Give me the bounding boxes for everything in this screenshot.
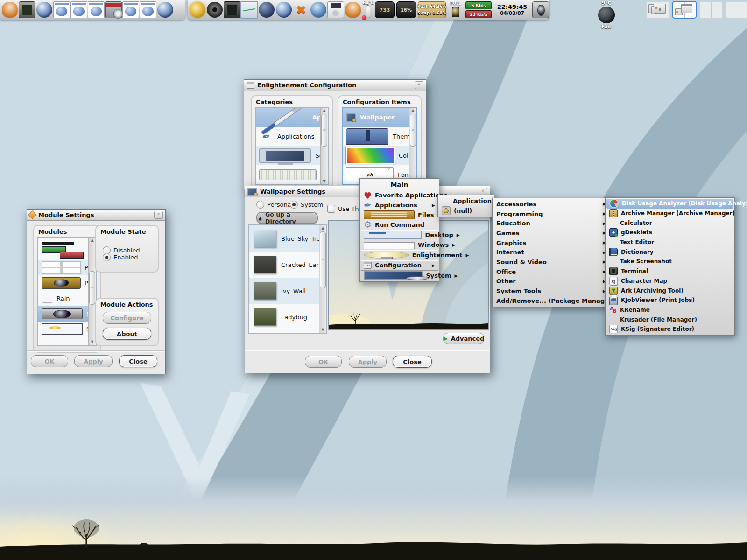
web-document-icon [122,1,139,18]
wallpaper-row[interactable]: Cracked_Earth [249,252,319,278]
weather-gadget[interactable]: 9°C Fair [592,0,621,29]
menu-item[interactable]: (null) [439,206,493,216]
configure-button[interactable]: Configure [103,312,151,324]
menu-item[interactable]: Programming [493,209,609,219]
ok-button[interactable]: OK [31,355,68,367]
menu-item[interactable]: Graphics [493,238,609,248]
radio-disabled[interactable]: Disabled [103,246,164,254]
clock-module[interactable]: 22:49:45 04/03/07 [493,4,531,16]
menu-item[interactable]: Disk Usage Analyzer (Disk Usage Analyzer… [606,199,733,209]
close-button[interactable]: ✕ [154,211,163,219]
module-row[interactable]: Rain [38,291,88,306]
menu-item[interactable]: Configuration [361,260,438,270]
close-button[interactable]: Close [119,355,157,367]
menu-item[interactable]: Terminal [606,266,733,276]
battery-module[interactable]: FULL [448,1,464,19]
menu-item[interactable]: KJobViewer (Print Jobs) [606,295,733,305]
pager-desktop-1[interactable] [646,1,670,19]
screenshot-launcher[interactable] [533,2,549,18]
scrollbar-thumb[interactable] [320,231,326,288]
menu-item[interactable]: Education [493,218,609,228]
wallpaper-row[interactable]: Ladybug [249,304,319,330]
module-row[interactable] [38,238,88,245]
menu-item[interactable]: Applications [361,200,438,210]
about-button[interactable]: About [103,328,151,340]
scrollbar[interactable]: ▲ ▼ [409,108,416,184]
temperature-module[interactable]: 64°C [363,1,373,19]
scrollbar-thumb[interactable] [89,271,95,305]
radio-enabled[interactable]: Enabled [103,253,164,261]
menu-item[interactable]: Character Map [606,276,733,286]
wallpaper-row[interactable]: Blue_Sky_Tree [249,225,319,252]
radio-personal[interactable]: Personal [256,201,293,209]
menu-item[interactable]: Dictionary [606,247,733,257]
menu-item[interactable]: System [361,270,438,280]
menu-item[interactable]: Archive Manager (Archive Manager) [606,209,733,218]
scrollbar-thumb[interactable] [410,114,416,147]
module-row[interactable]: Screenshot [38,306,88,322]
ok-button[interactable]: OK [305,356,342,368]
config-item-row[interactable]: Wallpaper [343,108,409,127]
menu-item[interactable]: gDesklets [606,228,733,238]
menu-item[interactable]: Internet [493,247,609,257]
menu-item[interactable]: Applications [439,196,493,206]
configuration-items-list: Wallpaper Theme Colors [342,107,417,185]
menu-title: Main [361,180,438,190]
advanced-button[interactable]: Advanced [443,333,484,344]
menu-item[interactable]: Add/Remove... (Package Manager) [493,296,609,306]
pager-app-dot [676,11,678,13]
menu-item[interactable]: Krusader (File Manager) [606,315,733,324]
camera-icon [532,1,549,18]
menu-item[interactable]: KSig (Signature Editor) [606,324,733,334]
menu-item[interactable]: Ark (Archiving Tool) [606,286,733,295]
module-row[interactable]: Slideshow [38,322,88,337]
titlebar[interactable]: Module Settings ✕ [27,210,165,221]
pager-desktop-4[interactable] [726,1,747,19]
module-row[interactable]: Photo [38,275,88,291]
menu-item[interactable]: Windows [361,240,438,250]
network-module[interactable]: 6 Kb/s 23 Kb/s [465,1,492,18]
checkbox-icon [327,205,335,213]
titlebar[interactable]: Enlightenment Configuration ✕ [244,80,426,91]
module-row[interactable]: Net [38,245,88,260]
close-button[interactable]: Close [393,356,432,368]
menu-item[interactable]: Enlightenment [361,250,438,260]
scrollbar[interactable]: ▲ ▼ [319,225,326,333]
scrollbar[interactable]: ▲ ▼ [88,238,96,345]
close-button[interactable]: ✕ [415,81,423,89]
menu-item[interactable]: KRename [606,305,733,315]
pager-desktop-3[interactable] [699,1,723,19]
go-up-directory-button[interactable]: Go up a Directory [256,212,318,224]
cpu-load-module[interactable]: 16% [396,1,416,18]
config-item-row[interactable]: Theme [343,127,409,146]
menu-item[interactable]: Files [361,210,438,220]
pager-desktop-2-active[interactable] [672,1,697,19]
menu-item[interactable]: Calculator [606,218,733,228]
module-row[interactable]: Pager [38,260,88,275]
menu-item[interactable]: System Tools [493,286,609,296]
menu-item[interactable]: Text Editor [606,238,733,247]
menu-item[interactable]: Games [493,228,609,238]
radio-system[interactable]: System [290,201,323,209]
menu-item[interactable]: Office [493,267,609,277]
memory-module[interactable]: Real: 64.36% Swap: 1.68% [418,1,446,18]
cpu-frequency-module[interactable]: 733 [375,1,395,18]
apply-button[interactable]: Apply [74,355,113,367]
config-item-row[interactable]: Colors [343,146,409,165]
menu-item[interactable]: Accessories [493,199,609,209]
apply-button[interactable]: Apply [349,356,387,368]
wallpaper-row[interactable]: Ivy_Wall [249,278,319,304]
category-row[interactable]: Applications [256,127,320,146]
menu-item[interactable]: Run Command [361,220,438,230]
scrollbar-thumb[interactable] [321,114,327,147]
menu-item[interactable]: Take Screenshot [606,257,733,266]
category-row[interactable]: Appearance [256,108,320,127]
category-row[interactable]: Screen [256,146,320,165]
scrollbar[interactable]: ▲ ▼ [320,108,328,184]
menu-item[interactable]: Other [493,277,609,287]
category-row[interactable]: Keyboard & Mouse [256,165,320,184]
menu-item[interactable]: Favorite Applications [361,190,438,200]
menu-item[interactable]: Desktop [361,230,438,240]
net-up-rate: 6 Kb/s [465,1,492,9]
menu-item[interactable]: Sound & Video [493,257,609,267]
